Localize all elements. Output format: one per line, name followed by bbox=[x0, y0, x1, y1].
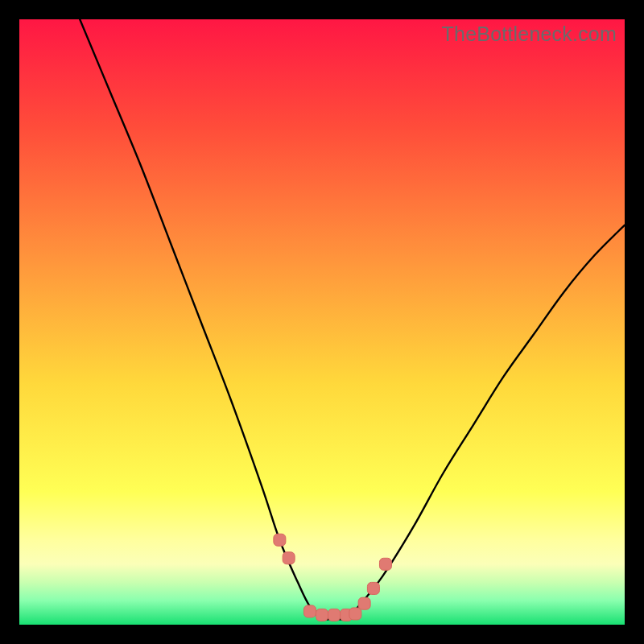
chart-svg bbox=[19, 19, 625, 625]
marker-point bbox=[303, 605, 316, 617]
marker-point bbox=[316, 609, 328, 621]
plot-area: TheBottleneck.com bbox=[19, 19, 625, 625]
highlight-markers bbox=[274, 534, 392, 621]
marker-point bbox=[379, 558, 391, 570]
chart-frame: TheBottleneck.com bbox=[0, 0, 644, 644]
marker-point bbox=[283, 552, 295, 564]
marker-point bbox=[328, 609, 341, 621]
marker-point bbox=[274, 534, 286, 546]
marker-point bbox=[358, 597, 370, 609]
bottleneck-curve bbox=[80, 19, 625, 620]
marker-point bbox=[349, 608, 361, 620]
marker-point bbox=[367, 582, 379, 594]
